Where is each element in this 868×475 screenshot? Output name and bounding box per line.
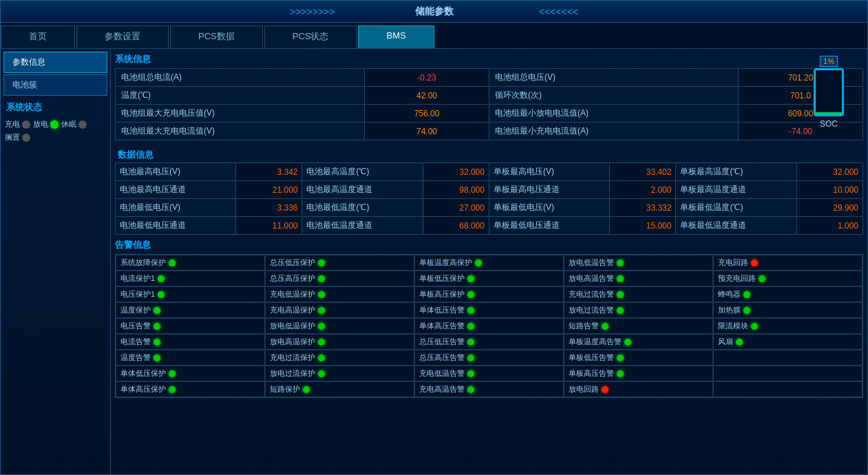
alert-cell-4-1: 放电低温保护: [265, 318, 414, 334]
data-label-1-0: 电池最高电压通道: [116, 181, 236, 199]
alert-dot-4-2: [467, 323, 474, 330]
alert-dot-2-1: [318, 291, 325, 298]
alert-label-8-2: 充电高温告警: [419, 384, 465, 394]
alert-cell-5-2: 总压低压告警: [414, 334, 564, 350]
alert-cell-8-4: [713, 381, 862, 397]
alert-label-8-0: 单体高压保护: [120, 384, 166, 394]
alert-cell-3-3: 放电过流告警: [564, 302, 713, 318]
alert-dot-8-0: [169, 386, 176, 393]
alert-dot-6-3: [617, 355, 624, 361]
alert-dot-0-1: [318, 260, 325, 266]
idle-dot: [22, 134, 30, 142]
alert-cell-2-0: 电压保护1: [116, 286, 265, 302]
alert-dot-1-0: [158, 275, 165, 282]
system-state-title: 系统状态: [3, 97, 107, 115]
alert-dot-3-1: [318, 307, 325, 314]
alert-cell-2-2: 单板高压保护: [414, 286, 564, 302]
data-value-3-3: 1.000: [796, 217, 862, 235]
sys-value-3-1: 74.00: [365, 123, 489, 140]
alert-cell-7-4: [713, 366, 862, 381]
alert-label-0-3: 放电低温告警: [569, 257, 614, 268]
sys-value-2-1: 756.00: [365, 105, 489, 123]
sys-label-1-1: 温度(℃): [116, 87, 365, 105]
alert-dot-0-0: [169, 260, 176, 266]
content-area: 参数信息 电池簇 系统状态 充电 放电 休眠 搁置: [1, 49, 867, 475]
alert-dot-7-0: [169, 370, 176, 377]
soc-container: 1% SOC: [801, 56, 856, 129]
data-value-2-3: 29.900: [796, 199, 862, 217]
alert-label-4-2: 单体高压告警: [419, 321, 465, 331]
alert-label-1-3: 放电高温告警: [569, 273, 614, 284]
data-row-3: 电池最低电压通道11.000电池最低温度通道68.000单板最低电压通道15.0…: [116, 217, 863, 235]
alert-label-2-0: 电压保护1: [120, 289, 155, 299]
alert-cell-1-3: 放电高温告警: [564, 271, 713, 286]
alert-dot-0-2: [475, 260, 482, 266]
alert-cell-0-2: 单板温度高保护: [414, 255, 564, 271]
tab-params[interactable]: 参数设置: [76, 25, 169, 48]
alert-cell-7-1: 放电过流保护: [265, 366, 414, 381]
alert-dot-1-1: [318, 275, 325, 282]
alert-dot-5-4: [736, 339, 743, 346]
alert-dot-4-0: [154, 323, 160, 330]
data-label-3-3: 单板最低温度通道: [676, 217, 796, 235]
alert-dot-5-2: [467, 339, 474, 346]
data-label-2-2: 单板最低电压(V): [489, 199, 609, 217]
soc-label: SOC: [801, 119, 856, 129]
alert-section: 告警信息 系统故障保护总压低压保护单板温度高保护放电低温告警充电回路电流保护1总…: [115, 239, 863, 398]
tab-bms[interactable]: BMS: [358, 25, 434, 48]
alert-dot-8-3: [602, 386, 608, 393]
sleep-dot: [78, 120, 87, 129]
alert-dot-6-1: [318, 355, 325, 361]
alert-cell-0-0: 系统故障保护: [116, 255, 265, 271]
sidebar-btn-param-info[interactable]: 参数信息: [3, 52, 107, 73]
alert-dot-2-0: [158, 291, 165, 298]
alert-cell-6-0: 温度告警: [116, 350, 265, 366]
alert-cell-8-2: 充电高温告警: [414, 381, 564, 397]
data-label-2-0: 电池最低电压(V): [116, 199, 236, 217]
sidebar-btn-battery-cluster[interactable]: 电池簇: [3, 74, 107, 96]
alert-label-4-1: 放电低温保护: [270, 321, 315, 331]
sys-info-row-0: 电池组总电流(A) -0.23 电池组总电压(V) 701.20: [116, 69, 863, 87]
alert-cell-2-1: 充电低温保护: [265, 286, 414, 302]
battery-icon: [814, 68, 844, 116]
tab-home[interactable]: 首页: [1, 25, 75, 48]
alert-dot-0-4: [751, 260, 758, 266]
data-label-1-1: 电池最高温度通道: [302, 181, 423, 199]
data-value-1-0: 21.000: [236, 181, 302, 199]
alert-cell-6-4: [713, 350, 862, 366]
alert-dot-8-2: [467, 386, 474, 393]
data-value-2-1: 27.000: [423, 199, 489, 217]
alert-label-3-2: 单体低压告警: [419, 305, 465, 315]
state-discharging: 放电: [33, 119, 59, 129]
data-value-2-2: 33.332: [610, 199, 676, 217]
soc-value: 1%: [820, 56, 838, 67]
alert-cell-3-1: 充电高温保护: [265, 302, 414, 318]
tab-pcs-data[interactable]: PCS数据: [170, 25, 263, 48]
alert-label-2-1: 充电低温保护: [270, 289, 315, 299]
alert-label-1-0: 电流保护1: [120, 273, 155, 284]
data-value-1-3: 10.000: [796, 181, 862, 199]
alert-label-5-2: 总压低压告警: [419, 337, 465, 347]
alert-cell-5-4: 风扇: [713, 334, 862, 350]
data-table: 电池最高电压(V)3.342电池最高温度(℃)32.000单板最高电压(V)33…: [115, 162, 863, 235]
alert-cell-1-2: 单板低压保护: [414, 271, 564, 286]
data-label-0-3: 单板最高温度(℃): [676, 163, 796, 181]
state-sleep: 休眠: [61, 119, 87, 129]
alert-dot-2-3: [617, 291, 624, 298]
data-label-3-2: 单板最低电压通道: [489, 217, 609, 235]
alert-label-6-0: 温度告警: [120, 352, 151, 363]
alert-dot-2-4: [743, 291, 750, 298]
alert-dot-3-2: [467, 307, 474, 314]
data-section: 数据信息 电池最高电压(V)3.342电池最高温度(℃)32.000单板最高电压…: [115, 145, 863, 235]
data-label-2-3: 单板最低温度(℃): [676, 199, 796, 217]
alert-label-3-0: 温度保护: [120, 305, 151, 315]
tab-pcs-status[interactable]: PCS状态: [264, 25, 357, 48]
alert-label-5-3: 单板温度高告警: [569, 337, 622, 347]
sys-info-title: 系统信息: [115, 53, 863, 65]
alert-title: 告警信息: [115, 239, 863, 251]
data-row-0: 电池最高电压(V)3.342电池最高温度(℃)32.000单板最高电压(V)33…: [116, 163, 863, 181]
data-label-0-2: 单板最高电压(V): [489, 163, 609, 181]
alert-dot-1-4: [759, 275, 765, 282]
sys-info-row-1: 温度(℃) 42.00 循环次数(次) 701.0: [116, 87, 863, 105]
alert-dot-1-2: [467, 275, 474, 282]
